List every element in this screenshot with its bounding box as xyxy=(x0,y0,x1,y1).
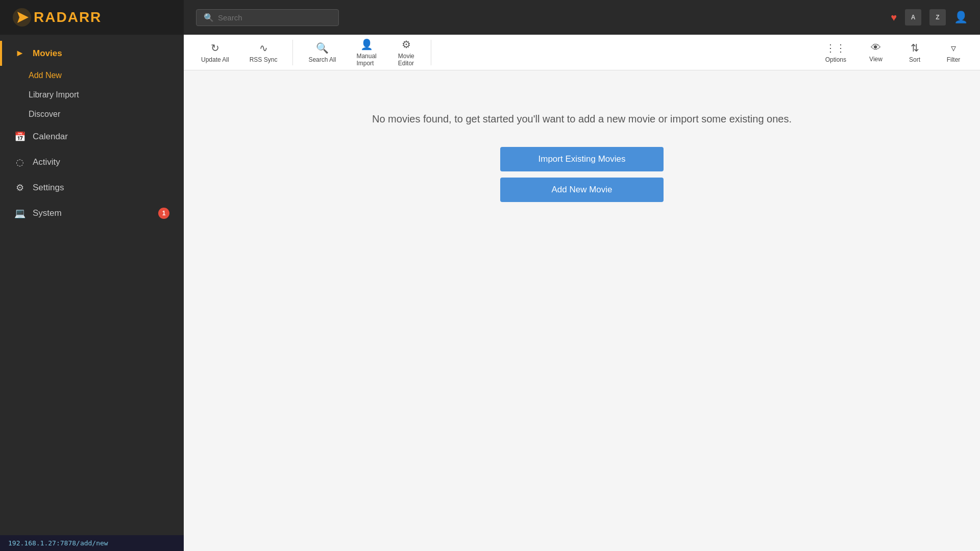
sidebar-item-activity[interactable]: ◌ Activity xyxy=(0,149,184,175)
icon-a-button[interactable]: A xyxy=(905,9,921,26)
sidebar-item-calendar[interactable]: 📅 Calendar xyxy=(0,124,184,149)
sidebar-item-movies-label: Movies xyxy=(33,48,62,59)
icon-z-button[interactable]: Z xyxy=(929,9,946,26)
toolbar-separator-2 xyxy=(431,40,431,65)
sidebar-item-discover-label: Discover xyxy=(29,110,60,119)
movie-editor-icon: ⚙ xyxy=(402,38,411,51)
sidebar-item-settings[interactable]: ⚙ Settings xyxy=(0,175,184,201)
filter-icon: ▿ xyxy=(951,42,956,54)
logo-area: RADARR xyxy=(0,0,184,35)
sort-button[interactable]: ⇅ Sort xyxy=(896,38,933,67)
status-url: 192.168.1.27:7878/add/new xyxy=(8,539,108,547)
main-content: 🔍 ♥ A Z 👤 ↻ Update All ∿ RSS Sync 🔍 Sea xyxy=(184,0,980,551)
filter-label: Filter xyxy=(947,56,961,63)
sort-label: Sort xyxy=(909,56,920,63)
view-button[interactable]: 👁 View xyxy=(857,38,894,67)
top-bar: 🔍 ♥ A Z 👤 xyxy=(184,0,980,35)
radarr-logo-icon xyxy=(12,8,32,27)
sidebar-item-activity-label: Activity xyxy=(33,157,60,167)
logo-text: RADARR xyxy=(34,9,102,26)
rss-sync-label: RSS Sync xyxy=(250,56,278,63)
nav-section: ► Movies Add New Library Import Discover… xyxy=(0,35,184,535)
sidebar-item-library-import-label: Library Import xyxy=(29,90,79,99)
search-all-icon: 🔍 xyxy=(316,42,329,54)
empty-message: No movies found, to get started you'll w… xyxy=(372,111,792,127)
update-all-label: Update All xyxy=(201,56,229,63)
update-all-button[interactable]: ↻ Update All xyxy=(192,38,238,67)
content-area: No movies found, to get started you'll w… xyxy=(184,70,980,551)
calendar-icon: 📅 xyxy=(14,131,26,142)
sidebar-item-library-import[interactable]: Library Import xyxy=(0,85,184,105)
status-bar: 192.168.1.27:7878/add/new xyxy=(0,535,184,551)
svg-point-2 xyxy=(23,16,26,19)
search-box[interactable]: 🔍 xyxy=(196,9,339,26)
play-icon: ► xyxy=(14,48,26,59)
sidebar-item-add-new[interactable]: Add New xyxy=(0,66,184,85)
update-all-icon: ↻ xyxy=(211,42,219,54)
options-icon: ⋮⋮ xyxy=(825,42,846,54)
sidebar-item-discover[interactable]: Discover xyxy=(0,105,184,124)
sidebar-item-add-new-label: Add New xyxy=(29,71,62,80)
search-input[interactable] xyxy=(218,13,331,22)
manual-import-icon: 👤 xyxy=(360,38,373,51)
toolbar-separator-1 xyxy=(292,40,293,65)
sidebar-item-movies[interactable]: ► Movies xyxy=(0,41,184,66)
sidebar-item-system-label: System xyxy=(33,208,62,218)
toolbar: ↻ Update All ∿ RSS Sync 🔍 Search All 👤 M… xyxy=(184,35,980,70)
search-all-label: Search All xyxy=(308,56,336,63)
filter-button[interactable]: ▿ Filter xyxy=(935,38,972,67)
sidebar-item-calendar-label: Calendar xyxy=(33,132,68,142)
manual-import-label: ManualImport xyxy=(356,53,376,67)
import-existing-movies-button[interactable]: Import Existing Movies xyxy=(500,147,664,171)
activity-icon: ◌ xyxy=(14,157,26,168)
movie-editor-button[interactable]: ⚙ MovieEditor xyxy=(388,34,425,71)
sidebar: RADARR ► Movies Add New Library Import D… xyxy=(0,0,184,551)
sidebar-item-system[interactable]: 💻 System 1 xyxy=(0,201,184,226)
movie-editor-label: MovieEditor xyxy=(398,53,414,67)
user-icon[interactable]: 👤 xyxy=(954,11,968,24)
system-badge: 1 xyxy=(158,208,169,219)
add-new-movie-button[interactable]: Add New Movie xyxy=(500,178,664,202)
view-icon: 👁 xyxy=(871,42,881,54)
system-icon: 💻 xyxy=(14,208,26,219)
rss-sync-button[interactable]: ∿ RSS Sync xyxy=(240,38,287,67)
view-label: View xyxy=(869,56,883,63)
settings-icon: ⚙ xyxy=(14,182,26,193)
sidebar-item-settings-label: Settings xyxy=(33,183,64,193)
search-all-button[interactable]: 🔍 Search All xyxy=(299,38,345,67)
options-button[interactable]: ⋮⋮ Options xyxy=(816,38,855,67)
options-label: Options xyxy=(825,56,846,63)
sort-icon: ⇅ xyxy=(911,42,919,54)
heart-icon: ♥ xyxy=(891,12,897,23)
rss-icon: ∿ xyxy=(259,42,268,54)
search-icon: 🔍 xyxy=(204,13,214,22)
manual-import-button[interactable]: 👤 ManualImport xyxy=(347,34,385,71)
top-bar-right: ♥ A Z 👤 xyxy=(891,9,968,26)
